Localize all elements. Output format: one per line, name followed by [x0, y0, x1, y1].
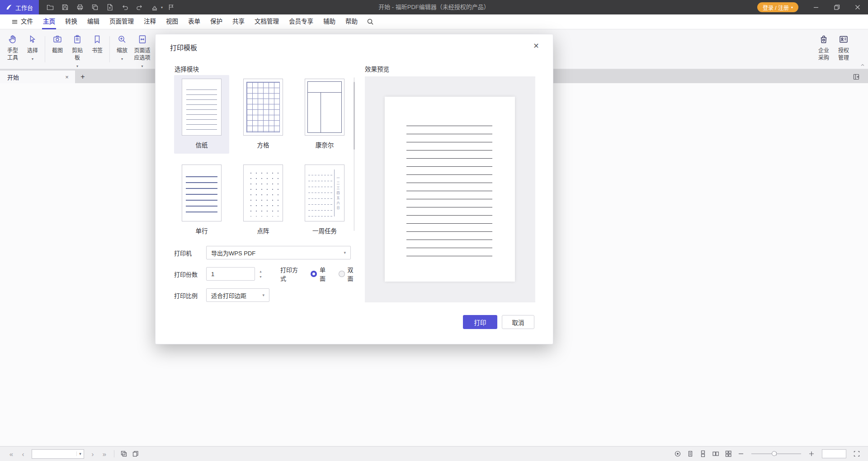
print-button[interactable]: 打印: [463, 315, 497, 329]
page-copy-icon[interactable]: [130, 448, 142, 459]
select-tool-button[interactable]: 选择 ▾: [23, 32, 42, 67]
template-card-letter[interactable]: 信纸: [174, 75, 229, 154]
menu-doc-manage[interactable]: 文档管理: [250, 14, 284, 29]
menu-home[interactable]: 主页: [38, 14, 60, 29]
chevron-down-icon[interactable]: ▾: [161, 5, 163, 9]
hand-tool-button[interactable]: 手型工具: [3, 32, 23, 67]
letter-template-thumbnail: [182, 79, 222, 136]
template-card-dots[interactable]: 点阵: [236, 161, 291, 240]
facing-page-icon[interactable]: [710, 448, 722, 459]
zoom-percent-input[interactable]: [822, 450, 846, 458]
workspace-label: 工作台: [15, 3, 33, 12]
zoom-out-icon[interactable]: [735, 448, 747, 459]
spinner-up-icon[interactable]: ▲: [259, 270, 262, 273]
quick-access-flag-icon[interactable]: [164, 1, 178, 13]
restore-button[interactable]: [826, 0, 847, 14]
template-card-cornell[interactable]: 康奈尔: [297, 75, 352, 154]
tab-close-icon[interactable]: ×: [63, 74, 71, 80]
menu-page-manage[interactable]: 页面管理: [104, 14, 139, 29]
page-number-combobox[interactable]: ▾: [32, 449, 84, 459]
cornell-template-thumbnail: [305, 79, 344, 136]
continuous-page-icon[interactable]: [697, 448, 709, 459]
weekly-days-column: 一二三四五六日: [334, 169, 341, 216]
template-card-single-line[interactable]: 单行: [174, 161, 229, 240]
menu-share[interactable]: 共享: [227, 14, 250, 29]
menu-help[interactable]: 帮助: [340, 14, 363, 29]
print-template-dialog: 打印模板 ✕ 选择模块 信纸 方格 康奈尔 单行 点阵: [155, 34, 553, 344]
menu-view[interactable]: 视图: [161, 14, 183, 29]
save-icon[interactable]: [58, 1, 72, 13]
collapse-toolbar-icon[interactable]: [860, 62, 865, 68]
page-thumbnail-icon[interactable]: [118, 448, 130, 459]
clipboard-button[interactable]: 剪贴板 ▾: [67, 32, 87, 67]
template-scrollbar[interactable]: [354, 77, 355, 231]
copies-input[interactable]: [206, 267, 255, 281]
read-mode-icon[interactable]: [672, 448, 684, 459]
radio-duplex[interactable]: 双面: [339, 265, 359, 282]
zoom-slider[interactable]: [751, 453, 801, 454]
chevron-down-icon[interactable]: ▾: [76, 452, 84, 456]
scale-select[interactable]: 适合打印边距 ▾: [206, 288, 269, 302]
grid-template-thumbnail: [243, 79, 283, 136]
menu-member[interactable]: 会员专享: [284, 14, 318, 29]
spinner-down-icon[interactable]: ▼: [259, 276, 262, 278]
undo-icon[interactable]: [118, 1, 132, 13]
fit-screen-icon[interactable]: [851, 448, 863, 459]
workspace-button[interactable]: 工作台: [0, 0, 39, 14]
print-icon[interactable]: [73, 1, 87, 13]
radio-selected-icon: [311, 271, 317, 277]
chevron-down-icon: ▾: [344, 250, 346, 255]
menu-comment[interactable]: 注释: [139, 14, 161, 29]
template-card-grid[interactable]: 方格: [236, 75, 291, 154]
enterprise-purchase-button[interactable]: 企业采购: [814, 32, 834, 67]
first-page-icon[interactable]: «: [5, 450, 17, 458]
bookmark-button[interactable]: 书签: [87, 32, 107, 67]
login-button[interactable]: 登录 / 注册 ▾: [757, 2, 798, 12]
menu-form[interactable]: 表单: [183, 14, 205, 29]
select-cursor-icon: [28, 34, 38, 44]
prev-page-icon[interactable]: ‹: [17, 450, 29, 458]
menubar: 文件 主页 转换 编辑 页面管理 注释 视图 表单 保护 共享 文档管理 会员专…: [0, 14, 868, 29]
chevron-down-icon: ▾: [262, 293, 264, 297]
menu-file[interactable]: 文件: [6, 14, 38, 29]
single-page-icon[interactable]: [684, 448, 696, 459]
tab-start[interactable]: 开始 ×: [0, 71, 75, 83]
zoom-button[interactable]: 缩放 ▾: [112, 32, 132, 67]
menu-protect[interactable]: 保护: [205, 14, 227, 29]
new-tab-button[interactable]: +: [75, 71, 90, 83]
next-page-icon[interactable]: ›: [87, 450, 99, 458]
redo-icon[interactable]: [133, 1, 146, 13]
page-fit-button[interactable]: 页面适应选项 ▾: [132, 32, 152, 67]
zoom-slider-handle[interactable]: [772, 451, 777, 456]
page-number-input[interactable]: [32, 450, 76, 458]
chevron-down-icon: ▾: [76, 64, 78, 68]
folder-open-icon[interactable]: [43, 1, 57, 13]
snapshot-button[interactable]: 截图: [47, 32, 67, 67]
license-manage-button[interactable]: 授权管理: [834, 32, 854, 67]
menu-assist[interactable]: 辅助: [318, 14, 340, 29]
continuous-facing-icon[interactable]: [722, 448, 734, 459]
side-panel-toggle-icon[interactable]: [853, 71, 860, 83]
stamp-tool-icon[interactable]: [148, 1, 161, 13]
menu-convert[interactable]: 转换: [60, 14, 82, 29]
close-button[interactable]: [847, 0, 868, 14]
template-card-weekly[interactable]: 一二三四五六日 一周任务: [297, 161, 352, 240]
radio-simplex[interactable]: 单面: [311, 265, 330, 282]
dialog-close-icon[interactable]: ✕: [530, 40, 542, 52]
enterprise-bag-icon: [819, 34, 829, 44]
new-document-icon[interactable]: [103, 1, 117, 13]
last-page-icon[interactable]: »: [99, 450, 110, 458]
preview-area: [365, 76, 535, 302]
printer-select[interactable]: 导出为WPS PDF ▾: [206, 246, 351, 259]
search-icon[interactable]: [363, 14, 378, 29]
zoom-in-icon[interactable]: [806, 448, 817, 459]
chevron-down-icon: ▾: [791, 5, 793, 9]
template-label: 信纸: [196, 140, 208, 149]
titlebar: 工作台: [0, 0, 868, 14]
minimize-button[interactable]: [806, 0, 826, 14]
zoom-percent-box[interactable]: [822, 449, 846, 458]
template-scrollbar-thumb[interactable]: [354, 82, 355, 150]
cancel-button[interactable]: 取消: [502, 315, 534, 329]
copy-pages-icon[interactable]: [88, 1, 102, 13]
menu-edit[interactable]: 编辑: [82, 14, 104, 29]
